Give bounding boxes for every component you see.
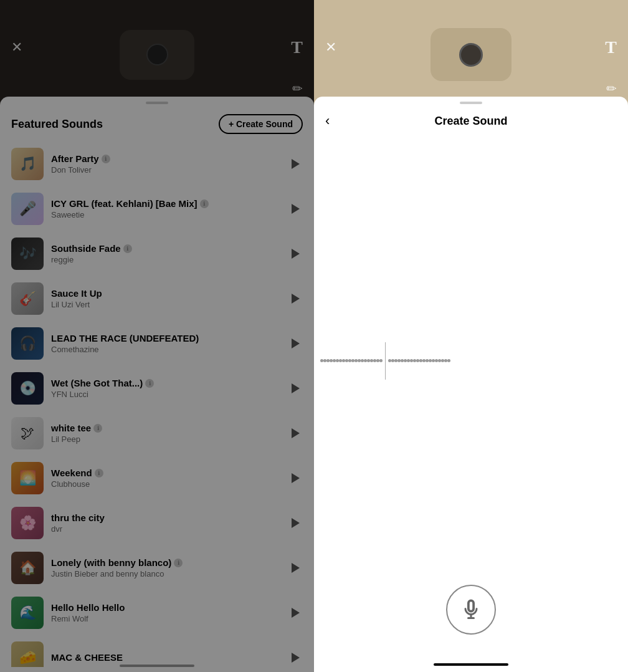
- sound-info-icon[interactable]: ℹ: [174, 559, 183, 567]
- sound-thumbnail: 🌸: [11, 507, 44, 539]
- right-text-tool-button[interactable]: T: [605, 37, 617, 57]
- sound-thumbnail: 🏠: [11, 552, 44, 584]
- right-pencil-button[interactable]: ✏: [606, 81, 617, 96]
- sound-info: Lonely (with benny blanco) ℹ Justin Bieb…: [44, 557, 288, 578]
- left-close-button[interactable]: ✕: [11, 39, 22, 55]
- thumb-image: 🎤: [11, 193, 44, 225]
- sound-thumbnail: 🎧: [11, 327, 44, 360]
- create-sound-button[interactable]: + Create Sound: [219, 114, 303, 134]
- sound-artist: Lil Uzi Vert: [51, 300, 280, 309]
- sound-info-icon[interactable]: ℹ: [102, 155, 110, 163]
- waveform-dot: [447, 359, 450, 362]
- thumb-image: 🎸: [11, 282, 44, 315]
- sound-item-mac[interactable]: 🧀 MAC & CHEESE: [0, 635, 314, 667]
- sound-item-sauce-it-up[interactable]: 🎸 Sauce It Up Lil Uzi Vert: [0, 276, 314, 321]
- sound-item-weekend[interactable]: 🌅 Weekend ℹ Clubhouse: [0, 456, 314, 501]
- play-button[interactable]: [288, 201, 303, 216]
- play-button[interactable]: [288, 605, 303, 620]
- sound-artist: dvr: [51, 524, 280, 534]
- play-button[interactable]: [288, 156, 303, 171]
- right-home-indicator: [434, 663, 508, 666]
- sound-item-after-party[interactable]: 🎵 After Party ℹ Don Toliver: [0, 142, 314, 186]
- right-close-button[interactable]: ✕: [325, 39, 336, 55]
- sound-item-lonely[interactable]: 🏠 Lonely (with benny blanco) ℹ Justin Bi…: [0, 545, 314, 590]
- sound-title-row: white tee ℹ: [51, 423, 280, 433]
- playhead-line: [385, 342, 386, 380]
- back-button[interactable]: ‹: [325, 113, 330, 129]
- waveform-area: [314, 135, 628, 586]
- sound-thumbnail: 🧀: [11, 641, 44, 667]
- sound-thumbnail: 🌊: [11, 597, 44, 629]
- sound-info: Wet (She Got That...) ℹ YFN Lucci: [44, 378, 288, 399]
- mic-button[interactable]: [446, 585, 496, 635]
- play-triangle-icon: [292, 294, 300, 304]
- sound-name: white tee: [51, 423, 91, 433]
- sound-name: After Party: [51, 153, 99, 164]
- sound-info-icon[interactable]: ℹ: [123, 244, 132, 253]
- play-button[interactable]: [288, 516, 303, 530]
- play-triangle-icon: [292, 159, 300, 169]
- sound-info: Weekend ℹ Clubhouse: [44, 468, 288, 489]
- thumb-image: 🎶: [11, 238, 44, 270]
- left-top-bar: ✕ T: [0, 37, 314, 57]
- play-button[interactable]: [288, 336, 303, 351]
- create-sound-sheet: ‹ Create Sound: [314, 97, 628, 672]
- sound-list: 🎵 After Party ℹ Don Toliver 🎤 ICY GRL (f…: [0, 142, 314, 667]
- sound-artist: reggie: [51, 255, 280, 264]
- sound-item-lead-race[interactable]: 🎧 LEAD THE RACE (UNDEFEATED) Comethazine: [0, 321, 314, 366]
- thumb-image: 🕊: [11, 417, 44, 449]
- sound-title-row: LEAD THE RACE (UNDEFEATED): [51, 333, 280, 343]
- sound-title-row: Lonely (with benny blanco) ℹ: [51, 557, 280, 568]
- sound-name: Lonely (with benny blanco): [51, 557, 171, 568]
- sound-title-row: Southside Fade ℹ: [51, 243, 280, 254]
- sound-artist: Saweetie: [51, 210, 280, 219]
- sound-info: After Party ℹ Don Toliver: [44, 153, 288, 175]
- sound-title-row: After Party ℹ: [51, 153, 280, 164]
- sound-artist: Justin Bieber and benny blanco: [51, 569, 280, 578]
- create-sound-title: Create Sound: [434, 115, 507, 128]
- sound-item-hello[interactable]: 🌊 Hello Hello Hello Remi Wolf: [0, 590, 314, 635]
- sound-artist: Comethazine: [51, 345, 280, 354]
- sound-item-icy-grl[interactable]: 🎤 ICY GRL (feat. Kehlani) [Bae Mix] ℹ Sa…: [0, 186, 314, 231]
- sound-item-thru-city[interactable]: 🌸 thru the city dvr: [0, 501, 314, 545]
- play-button[interactable]: [288, 650, 303, 665]
- sound-title-row: Hello Hello Hello: [51, 602, 280, 613]
- play-button[interactable]: [288, 560, 303, 575]
- sound-info-icon[interactable]: ℹ: [200, 199, 209, 208]
- play-button[interactable]: [288, 246, 303, 261]
- left-pencil-button[interactable]: ✏: [292, 81, 303, 96]
- sound-name: Sauce It Up: [51, 288, 102, 299]
- sound-title-row: Weekend ℹ: [51, 468, 280, 478]
- play-button[interactable]: [288, 471, 303, 486]
- thumb-image: 🎧: [11, 327, 44, 360]
- sound-artist: Clubhouse: [51, 479, 280, 489]
- sound-info: LEAD THE RACE (UNDEFEATED) Comethazine: [44, 333, 288, 354]
- sound-item-white-tee[interactable]: 🕊 white tee ℹ Lil Peep: [0, 411, 314, 456]
- left-text-tool-button[interactable]: T: [291, 37, 303, 57]
- play-button[interactable]: [288, 291, 303, 306]
- sound-artist: YFN Lucci: [51, 390, 280, 399]
- thumb-image: 🌊: [11, 597, 44, 629]
- sound-thumbnail: 🎶: [11, 238, 44, 270]
- right-top-bar: ✕ T: [314, 37, 628, 57]
- play-button[interactable]: [288, 381, 303, 396]
- play-triangle-icon: [292, 518, 300, 528]
- thumb-image: 🌅: [11, 462, 44, 494]
- sound-info-icon[interactable]: ℹ: [95, 469, 103, 478]
- sound-name: thru the city: [51, 512, 105, 523]
- sound-info: white tee ℹ Lil Peep: [44, 423, 288, 444]
- thumb-image: 🌸: [11, 507, 44, 539]
- sound-info-icon[interactable]: ℹ: [93, 424, 102, 433]
- sound-item-wet[interactable]: 💿 Wet (She Got That...) ℹ YFN Lucci: [0, 366, 314, 411]
- play-button[interactable]: [288, 426, 303, 441]
- right-panel: ✕ T ✏ ‹ Create Sound: [314, 0, 628, 672]
- sound-info-icon[interactable]: ℹ: [145, 379, 154, 388]
- play-triangle-icon: [292, 608, 300, 618]
- thumb-image: 💿: [11, 372, 44, 405]
- sound-thumbnail: 🕊: [11, 417, 44, 449]
- sound-artist: Remi Wolf: [51, 614, 280, 623]
- thumb-image: 🧀: [11, 641, 44, 667]
- sound-name: Weekend: [51, 468, 92, 478]
- sound-item-southside-fade[interactable]: 🎶 Southside Fade ℹ reggie: [0, 231, 314, 276]
- sound-title-row: Sauce It Up: [51, 288, 280, 299]
